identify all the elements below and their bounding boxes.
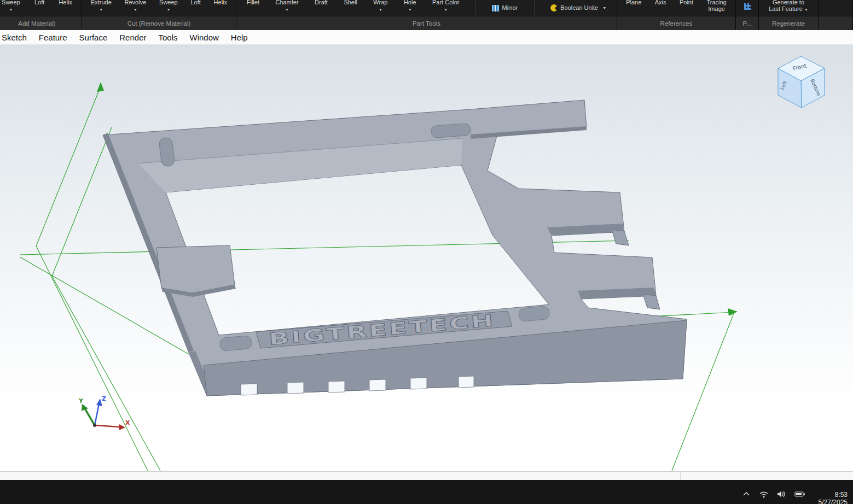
tool-pattern[interactable] — [744, 0, 751, 10]
chevron-down-icon[interactable]: ▼ — [99, 7, 103, 12]
tool-loft-cut[interactable]: Loft — [190, 0, 200, 6]
chevron-down-icon[interactable]: ▼ — [444, 7, 448, 12]
ribbon-group-cut-material: Extrude▼ Revolve▼ Sweep▼ Loft Helix Cut … — [82, 0, 236, 30]
menu-item-surface[interactable]: Surface — [73, 30, 114, 44]
chevron-up-icon[interactable] — [742, 490, 751, 499]
chevron-down-icon[interactable]: ▼ — [9, 7, 13, 12]
tool-boolean-unite[interactable]: Boolean Unite▼ — [550, 4, 606, 11]
tool-mirror[interactable]: Mirror — [492, 4, 518, 11]
tool-generate-to-last-feature[interactable]: Generate to Last Feature▼ — [769, 0, 808, 12]
windows-taskbar: 8:53 5/27/2025 — [0, 480, 853, 504]
tool-sweep-cut[interactable]: Sweep▼ — [159, 0, 178, 12]
origin-triad: Y Z X — [78, 395, 130, 430]
ribbon-toolbar: Sweep▼ Loft Helix Add Material) Extrude▼… — [0, 0, 853, 30]
menu-item-window[interactable]: Window — [184, 30, 225, 44]
toolbar-separator — [475, 1, 476, 15]
y-axis-label: Y — [78, 397, 84, 405]
chevron-down-icon[interactable]: ▼ — [285, 7, 289, 12]
tool-hole[interactable]: Hole▼ — [404, 0, 416, 12]
triad-origin — [93, 424, 96, 427]
model-left-tab — [156, 245, 235, 293]
battery-icon[interactable] — [794, 490, 805, 499]
mirror-icon — [492, 5, 499, 11]
tool-part-color[interactable]: Part Color▼ — [432, 0, 460, 12]
3d-viewport[interactable]: BIGTREETECH Front Bottom Left Y Z X — [0, 45, 853, 471]
tool-loft-add[interactable]: Loft — [34, 0, 44, 6]
tool-tracing-image[interactable]: TracingImage — [706, 0, 726, 12]
axis-arrowhead — [97, 82, 104, 92]
chevron-down-icon[interactable]: ▼ — [602, 5, 606, 10]
chevron-down-icon[interactable]: ▼ — [379, 7, 382, 12]
group-label-pattern: P... — [736, 16, 758, 30]
fin-hook-lower — [643, 294, 660, 309]
taskbar-clock[interactable]: 8:53 5/27/2025 — [819, 480, 848, 504]
tool-axis[interactable]: Axis — [655, 0, 666, 6]
menu-item-feature[interactable]: Feature — [33, 30, 73, 44]
view-cube[interactable]: Front Bottom Left — [778, 56, 825, 108]
axis-arrowhead — [728, 308, 738, 316]
tool-point[interactable]: Point — [680, 0, 693, 6]
ribbon-filler — [819, 0, 853, 30]
scene-canvas[interactable]: BIGTREETECH Front Bottom Left Y Z X — [0, 45, 853, 471]
part-model[interactable]: BIGTREETECH — [103, 100, 687, 396]
group-label-cut-material: Cut (Remove Material) — [82, 16, 236, 30]
group-label-references: References — [617, 16, 735, 30]
group-label-add-material: Add Material) — [0, 16, 82, 30]
menu-item-sketch[interactable]: Sketch — [0, 30, 33, 44]
chevron-down-icon[interactable]: ▼ — [408, 7, 412, 12]
y-axis — [85, 409, 95, 425]
x-axis-label: X — [125, 419, 130, 426]
tool-helix-cut[interactable]: Helix — [214, 0, 227, 6]
tool-extrude-cut[interactable]: Extrude▼ — [91, 0, 112, 12]
chevron-down-icon[interactable]: ▼ — [134, 7, 137, 12]
status-strip — [0, 471, 853, 480]
strip-divider — [680, 472, 681, 480]
chevron-down-icon[interactable]: ▼ — [166, 7, 170, 12]
tool-helix-add[interactable]: Helix — [59, 0, 72, 6]
wifi-icon[interactable] — [759, 490, 769, 499]
tool-draft[interactable]: Draft — [315, 0, 328, 6]
toolbar-separator — [534, 1, 535, 15]
tool-shell[interactable]: Shell — [344, 0, 357, 6]
clock-time: 8:53 — [819, 491, 848, 499]
menu-item-tools[interactable]: Tools — [152, 30, 183, 44]
ribbon-group-references: Plane Axis Point TracingImage References — [617, 0, 736, 30]
volume-icon[interactable] — [777, 490, 786, 499]
fin-hook-upper — [612, 230, 629, 245]
tool-plane[interactable]: Plane — [626, 0, 641, 6]
tool-revolve-cut[interactable]: Revolve▼ — [125, 0, 147, 12]
ribbon-group-regenerate: Generate to Last Feature▼ Regenerate — [759, 0, 819, 30]
group-label-part-tools: Part Tools — [236, 16, 617, 30]
chevron-down-icon[interactable]: ▼ — [804, 7, 808, 12]
ribbon-group-part-tools: Fillet Chamfer▼ Draft Shell Wrap▼ Hole▼ … — [236, 0, 617, 30]
tool-sweep-add[interactable]: Sweep▼ — [2, 0, 20, 12]
tool-fillet[interactable]: Fillet — [247, 0, 259, 6]
z-axis — [95, 404, 99, 425]
clock-date: 5/27/2025 — [819, 499, 848, 504]
pattern-icon — [744, 3, 751, 10]
boolean-unite-icon — [550, 4, 558, 11]
tool-wrap[interactable]: Wrap▼ — [373, 0, 387, 12]
tool-chamfer[interactable]: Chamfer▼ — [275, 0, 298, 12]
menu-item-render[interactable]: Render — [113, 30, 152, 44]
ribbon-group-pattern: P... — [736, 0, 759, 30]
x-axis — [95, 425, 120, 427]
ribbon-group-add-material: Sweep▼ Loft Helix Add Material) — [0, 0, 82, 30]
system-tray — [742, 485, 805, 499]
menu-item-help[interactable]: Help — [225, 30, 254, 44]
z-axis-label: Z — [102, 395, 106, 402]
menu-bar: Sketch Feature Surface Render Tools Wind… — [0, 30, 853, 45]
group-label-regenerate: Regenerate — [759, 16, 818, 30]
x-axis-arrowhead — [119, 424, 125, 430]
